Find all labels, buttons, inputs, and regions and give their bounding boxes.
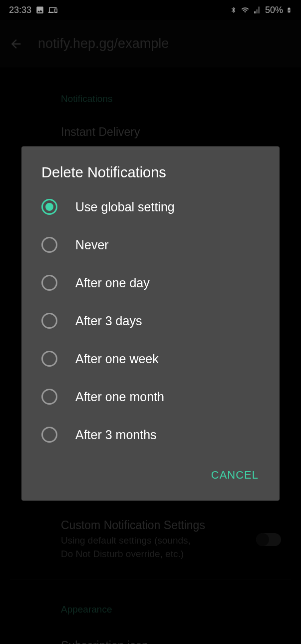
radio-label: Use global setting (75, 200, 175, 214)
dialog-actions: CANCEL (21, 454, 280, 491)
radio-icon (41, 199, 57, 215)
radio-icon (41, 351, 57, 367)
radio-label: After one day (75, 276, 150, 290)
radio-option-one-month[interactable]: After one month (21, 378, 280, 416)
radio-icon (41, 427, 57, 443)
dialog-title: Delete Notifications (21, 164, 280, 188)
radio-option-3-months[interactable]: After 3 months (21, 416, 280, 454)
radio-option-3-days[interactable]: After 3 days (21, 302, 280, 340)
radio-icon (41, 275, 57, 291)
radio-label: After 3 days (75, 314, 142, 328)
radio-option-never[interactable]: Never (21, 226, 280, 264)
cancel-button[interactable]: CANCEL (205, 465, 265, 486)
radio-icon (41, 313, 57, 329)
radio-label: After 3 months (75, 428, 157, 442)
radio-icon (41, 237, 57, 253)
radio-icon (41, 389, 57, 405)
delete-notifications-dialog: Delete Notifications Use global setting … (21, 146, 280, 501)
radio-option-one-week[interactable]: After one week (21, 340, 280, 378)
radio-label: After one month (75, 390, 164, 404)
radio-option-one-day[interactable]: After one day (21, 264, 280, 302)
radio-option-global[interactable]: Use global setting (21, 188, 280, 226)
radio-label: After one week (75, 352, 159, 366)
radio-label: Never (75, 238, 109, 252)
dialog-overlay[interactable]: Delete Notifications Use global setting … (0, 0, 301, 644)
